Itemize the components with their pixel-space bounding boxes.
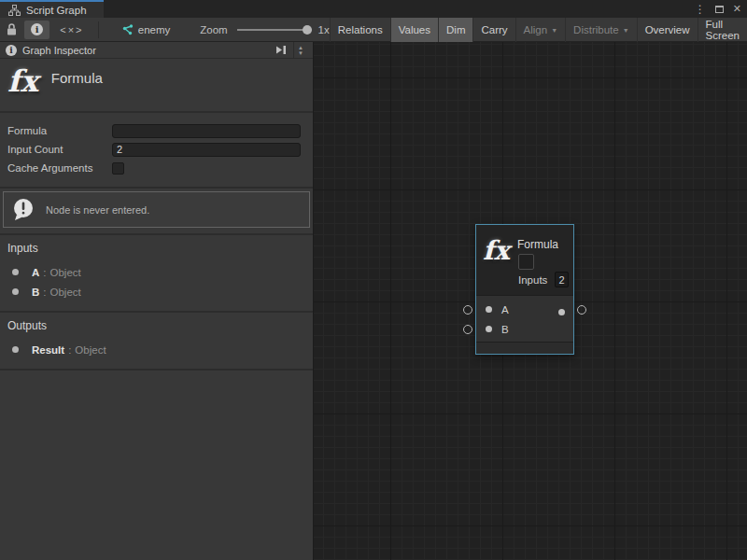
relations-button[interactable]: Relations <box>330 18 390 42</box>
graph-reference-icon <box>121 24 134 35</box>
zoom-value: 1x <box>318 24 330 35</box>
output-port-row: Result : Object <box>7 340 305 359</box>
inputs-header: Inputs <box>7 242 305 255</box>
tab-bar: Script Graph ⋮ ✕ <box>0 0 747 18</box>
dim-button[interactable]: Dim <box>438 18 472 42</box>
graph-inspector-header: i Graph Inspector ▲ ▼ <box>0 42 313 59</box>
zoom-slider[interactable] <box>237 24 312 35</box>
overview-button[interactable]: Overview <box>637 18 698 42</box>
outputs-header: Outputs <box>7 319 305 332</box>
inspector-title: Graph Inspector <box>22 45 96 56</box>
formula-field-label: Formula <box>7 125 112 136</box>
maximize-icon[interactable] <box>715 6 724 13</box>
cache-arguments-checkbox[interactable] <box>112 162 124 175</box>
formula-node-footer <box>476 342 573 354</box>
warning-zone: Node is never entered. <box>0 189 313 235</box>
input-count-field-label: Input Count <box>7 144 112 155</box>
input-port-row: A : Object <box>7 262 305 282</box>
warning-text: Node is never entered. <box>46 204 149 216</box>
lock-button[interactable] <box>2 21 21 39</box>
warning-box: Node is never entered. <box>3 191 310 228</box>
tab-label: Script Graph <box>26 5 87 16</box>
cache-arguments-field-row: Cache Arguments <box>0 159 313 177</box>
chevron-down-icon: ▼ <box>623 25 629 34</box>
info-icon: i <box>31 23 43 35</box>
carry-button[interactable]: Carry <box>472 18 514 42</box>
inputs-section: Inputs A : Object B : Object <box>0 235 313 313</box>
output-port-result-icon[interactable] <box>558 309 565 315</box>
zoom-slider-handle[interactable] <box>303 25 312 35</box>
window-controls: ⋮ ✕ <box>695 0 741 18</box>
fx-icon: fx <box>483 238 510 264</box>
input-port-b-icon[interactable] <box>486 326 492 332</box>
script-graph-window: Script Graph ⋮ ✕ i <×> enem <box>0 0 747 560</box>
zoom-slider-track[interactable] <box>237 29 312 31</box>
inspector-empty-area <box>0 371 313 560</box>
port-dot-icon <box>12 288 19 295</box>
info-icon: i <box>6 45 17 56</box>
tab-script-graph[interactable]: Script Graph <box>0 0 104 18</box>
toolbar-separator <box>98 21 99 38</box>
lock-icon <box>7 23 17 35</box>
close-icon[interactable]: ✕ <box>733 4 741 14</box>
port-dot-icon <box>12 269 19 275</box>
formula-node-body: A B <box>476 295 573 342</box>
inspector-node-title: Formula <box>51 70 103 86</box>
node-title: Formula <box>517 238 558 251</box>
input-count-input[interactable] <box>112 143 301 157</box>
inspector-fields: Formula Input Count Cache Arguments <box>0 113 313 189</box>
distribute-dropdown[interactable]: Distribute ▼ <box>565 18 637 42</box>
values-button[interactable]: Values <box>390 18 438 42</box>
node-inputs-label: Inputs <box>518 274 547 286</box>
node-inputs-count[interactable]: 2 <box>555 272 569 287</box>
formula-field-row: Formula <box>0 121 313 140</box>
graph-name-label: enemy <box>138 24 171 35</box>
external-port-b-icon[interactable] <box>463 325 472 334</box>
script-graph-icon <box>8 5 21 16</box>
fx-icon: fx <box>7 66 38 96</box>
scroll-spinner[interactable]: ▲ ▼ <box>293 42 307 59</box>
input-port-row: B : Object <box>7 282 305 301</box>
graph-toolbar: i <×> enemy Zoom 1x Relations Values <box>0 18 747 42</box>
graph-reference[interactable]: enemy <box>121 24 171 35</box>
formula-input[interactable] <box>112 124 301 138</box>
dock-inspector-icon[interactable] <box>275 45 288 55</box>
preview-code-button[interactable]: <×> <box>49 21 94 39</box>
inspector-node-title-block: fx Formula <box>0 59 313 113</box>
inspector-toggle-button[interactable]: i <box>24 21 49 39</box>
graph-canvas[interactable]: fx Formula Inputs 2 A B <box>313 42 747 560</box>
toolbar-buttons: Relations Values Dim Carry Align ▼ Distr… <box>330 18 747 42</box>
warning-icon <box>11 197 36 222</box>
node-port-row-b: B <box>476 319 573 339</box>
zoom-label: Zoom <box>200 24 227 35</box>
external-port-result-icon[interactable] <box>577 305 586 315</box>
formula-node-header[interactable]: fx Formula Inputs 2 <box>476 225 573 295</box>
full-screen-button[interactable]: Full Screen <box>698 18 747 42</box>
input-count-field-row: Input Count <box>0 140 313 159</box>
formula-node[interactable]: fx Formula Inputs 2 A B <box>475 224 574 355</box>
cache-arguments-field-label: Cache Arguments <box>7 162 112 174</box>
graph-inspector-panel: i Graph Inspector ▲ ▼ fx Formula Formula <box>0 42 313 560</box>
input-port-a-icon[interactable] <box>486 306 492 313</box>
node-formula-input[interactable] <box>518 254 534 270</box>
window-menu-icon[interactable]: ⋮ <box>695 4 706 15</box>
external-port-a-icon[interactable] <box>463 305 472 315</box>
chevron-down-icon: ▼ <box>551 25 557 34</box>
port-dot-icon <box>12 346 19 353</box>
align-dropdown[interactable]: Align ▼ <box>515 18 566 42</box>
spinner-down-icon[interactable]: ▼ <box>298 50 303 56</box>
outputs-section: Outputs Result : Object <box>0 313 313 371</box>
